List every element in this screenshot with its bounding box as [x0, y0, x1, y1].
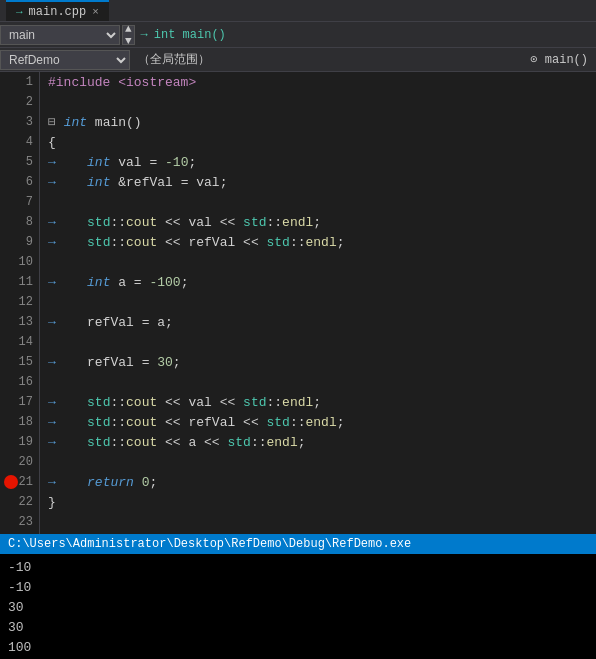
code-line: → int &refVal = val;	[48, 172, 588, 192]
code-line	[48, 512, 588, 532]
code-line: {	[48, 132, 588, 152]
line-number: 14	[0, 332, 39, 352]
line-number: 21	[0, 472, 39, 492]
toolbar-arrow: →	[141, 28, 148, 42]
scope-select-left[interactable]: main	[0, 25, 120, 45]
line-number: 22	[0, 492, 39, 512]
code-line	[48, 332, 588, 352]
line-number: 8	[0, 212, 39, 232]
toolbar-row1: main ▲▼ → int main()	[0, 22, 596, 48]
code-line: → std::cout << refVal << std::endl;	[48, 232, 588, 252]
func-right-label: ⊙ main()	[522, 52, 596, 67]
line-number: 17	[0, 392, 39, 412]
line-number: 15	[0, 352, 39, 372]
line-number: 5	[0, 152, 39, 172]
code-line: → std::cout << refVal << std::endl;	[48, 412, 588, 432]
code-line: → int val = -10;	[48, 152, 588, 172]
tab-filename: main.cpp	[29, 5, 87, 19]
console-line: 100	[8, 638, 588, 658]
console-line: -10	[8, 558, 588, 578]
code-line: → std::cout << val << std::endl;	[48, 392, 588, 412]
line-number: 10	[0, 252, 39, 272]
title-bar: → main.cpp ×	[0, 0, 596, 22]
scope-stepper[interactable]: ▲▼	[122, 25, 135, 45]
line-number: 18	[0, 412, 39, 432]
code-line: }	[48, 492, 588, 512]
line-gutter: 1234567891011121314151617181920212223	[0, 72, 40, 534]
tab-close-button[interactable]: ×	[92, 6, 99, 18]
line-number: 3	[0, 112, 39, 132]
line-number: 20	[0, 452, 39, 472]
code-editor: 1234567891011121314151617181920212223 #i…	[0, 72, 596, 534]
code-line: → int a = -100;	[48, 272, 588, 292]
code-line: ⊟ int main()	[48, 112, 588, 132]
console-output: -10-103030100http://blog.csdn.net/u01137…	[0, 554, 596, 659]
line-number: 13	[0, 312, 39, 332]
line-number: 7	[0, 192, 39, 212]
line-number: 19	[0, 432, 39, 452]
code-line	[48, 292, 588, 312]
line-number: 16	[0, 372, 39, 392]
code-line: → refVal = 30;	[48, 352, 588, 372]
code-line	[48, 92, 588, 112]
code-line	[48, 452, 588, 472]
line-number: 4	[0, 132, 39, 152]
code-line: → return 0;	[48, 472, 588, 492]
console-path: C:\Users\Administrator\Desktop\RefDemo\D…	[8, 537, 411, 551]
console-line: 30	[8, 618, 588, 638]
code-line	[48, 192, 588, 212]
console-line: -10	[8, 578, 588, 598]
toolbar-row2: RefDemo （全局范围） ⊙ main()	[0, 48, 596, 72]
scope-mid-label: （全局范围）	[130, 51, 522, 68]
code-line: → refVal = a;	[48, 312, 588, 332]
class-select[interactable]: RefDemo	[0, 50, 130, 70]
code-line: → std::cout << a << std::endl;	[48, 432, 588, 452]
code-line: #include <iostream>	[48, 72, 588, 92]
code-line	[48, 372, 588, 392]
line-number: 1	[0, 72, 39, 92]
line-number: 6	[0, 172, 39, 192]
line-number: 11	[0, 272, 39, 292]
console-line: 30	[8, 598, 588, 618]
file-tab[interactable]: → main.cpp ×	[6, 0, 109, 21]
line-number: 9	[0, 232, 39, 252]
code-line: → std::cout << val << std::endl;	[48, 212, 588, 232]
line-number: 12	[0, 292, 39, 312]
toolbar-func-label: int main()	[154, 28, 226, 42]
line-number: 23	[0, 512, 39, 532]
code-area[interactable]: #include <iostream> ⊟ int main(){→ int v…	[40, 72, 596, 534]
tab-arrow: →	[16, 6, 23, 18]
code-line	[48, 252, 588, 272]
line-number: 2	[0, 92, 39, 112]
console-title-bar: C:\Users\Administrator\Desktop\RefDemo\D…	[0, 534, 596, 554]
